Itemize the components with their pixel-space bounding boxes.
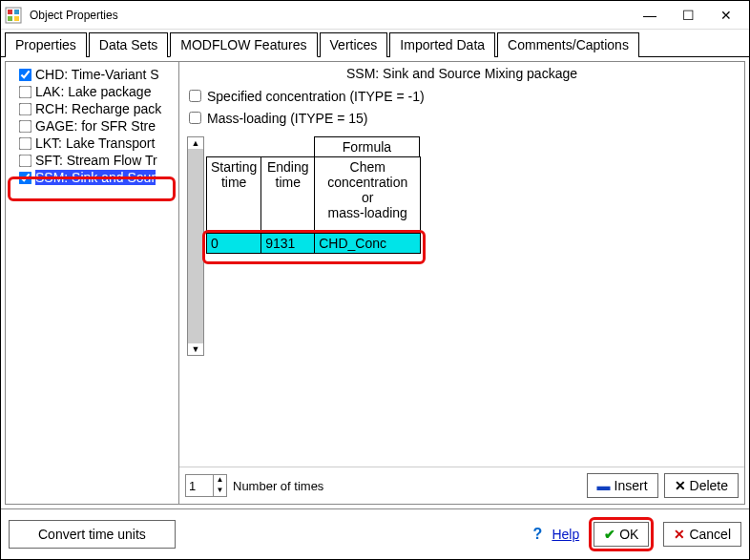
delete-icon: ✕ bbox=[675, 478, 686, 493]
cell-chem[interactable]: CHD_Conc bbox=[315, 234, 421, 254]
tree-item[interactable]: GAGE: for SFR Stre bbox=[11, 117, 178, 135]
cell-end[interactable]: 9131 bbox=[261, 234, 315, 254]
tree-label: LAK: Lake package bbox=[35, 84, 151, 99]
window-title: Object Properties bbox=[30, 9, 631, 22]
tab-vertices[interactable]: Vertices bbox=[320, 32, 388, 57]
insert-button[interactable]: ▬ Insert bbox=[587, 473, 658, 498]
maximize-button[interactable]: ☐ bbox=[669, 2, 707, 29]
minimize-button[interactable]: — bbox=[631, 2, 669, 29]
checkbox-mass-loading[interactable] bbox=[189, 112, 201, 124]
tree-item-ssm[interactable]: SSM: Sink and Sour bbox=[11, 169, 178, 186]
tree-label: SFT: Stream Flow Tr bbox=[35, 153, 157, 168]
number-of-times-input[interactable] bbox=[186, 475, 213, 496]
table-row[interactable]: 0 9131 CHD_Conc bbox=[207, 234, 421, 254]
spin-up-icon[interactable]: ▲ bbox=[213, 475, 226, 486]
spin-down-icon[interactable]: ▼ bbox=[213, 486, 226, 496]
feature-tree: CHD: Time-Variant S LAK: Lake package RC… bbox=[6, 62, 179, 504]
tab-properties[interactable]: Properties bbox=[5, 32, 87, 57]
close-button[interactable]: ✕ bbox=[707, 2, 745, 29]
tree-checkbox-sft[interactable] bbox=[19, 154, 32, 167]
number-of-times-label: Number of times bbox=[233, 479, 323, 493]
svg-rect-3 bbox=[8, 16, 12, 21]
tree-checkbox-ssm[interactable] bbox=[19, 171, 32, 184]
cancel-icon: ✕ bbox=[674, 527, 685, 542]
formula-header: Formula bbox=[314, 136, 420, 156]
tree-item[interactable]: RCH: Recharge pack bbox=[11, 100, 178, 117]
checkbox-specified-concentration[interactable] bbox=[189, 90, 201, 102]
scroll-down-icon[interactable]: ▼ bbox=[192, 344, 200, 354]
tree-item[interactable]: LAK: Lake package bbox=[11, 83, 178, 100]
tree-checkbox-lkt[interactable] bbox=[19, 136, 32, 150]
svg-rect-2 bbox=[14, 10, 19, 14]
panel-footer: ▲ ▼ Number of times ▬ Insert ✕ Delete bbox=[179, 467, 744, 504]
col-chem: Chem concentration or mass-loading bbox=[315, 157, 421, 234]
tab-bar: Properties Data Sets MODFLOW Features Ve… bbox=[1, 30, 749, 57]
convert-time-units-button[interactable]: Convert time units bbox=[9, 520, 176, 549]
tree-checkbox-gage[interactable] bbox=[19, 119, 32, 133]
tree-item[interactable]: SFT: Stream Flow Tr bbox=[11, 152, 178, 169]
tree-label: SSM: Sink and Sour bbox=[35, 170, 156, 185]
help-icon: ? bbox=[533, 526, 543, 543]
tree-checkbox-lak[interactable] bbox=[19, 85, 32, 98]
table-area: ▲ ▼ Formula Starting time Ending time Ch… bbox=[179, 129, 744, 363]
title-bar: Object Properties — ☐ ✕ bbox=[1, 1, 749, 30]
scroll-up-icon[interactable]: ▲ bbox=[192, 138, 200, 148]
tab-data-sets[interactable]: Data Sets bbox=[89, 32, 168, 57]
time-table: Starting time Ending time Chem concentra… bbox=[206, 156, 421, 254]
cell-start[interactable]: 0 bbox=[207, 234, 261, 254]
svg-rect-1 bbox=[8, 10, 12, 14]
tree-label: RCH: Recharge pack bbox=[35, 101, 161, 116]
cancel-button[interactable]: ✕ Cancel bbox=[663, 522, 741, 547]
check-icon: ✔ bbox=[604, 527, 615, 542]
tab-imported-data[interactable]: Imported Data bbox=[389, 32, 495, 57]
tab-comments-captions[interactable]: Comments/Captions bbox=[497, 32, 639, 57]
tree-item[interactable]: CHD: Time-Variant S bbox=[11, 66, 178, 83]
bottom-bar: Convert time units ? Help ✔ OK ✕ Cancel bbox=[1, 508, 749, 559]
help-link[interactable]: Help bbox=[552, 527, 579, 542]
vertical-scrollbar[interactable]: ▲ ▼ bbox=[187, 136, 204, 356]
main-panel: CHD: Time-Variant S LAK: Lake package RC… bbox=[5, 61, 745, 505]
highlight-ok: ✔ OK bbox=[589, 517, 654, 551]
ok-button[interactable]: ✔ OK bbox=[594, 522, 649, 547]
tree-checkbox-chd[interactable] bbox=[19, 68, 32, 81]
label-specified-concentration: Specified concentration (ITYPE = -1) bbox=[207, 89, 425, 104]
col-starting-time: Starting time bbox=[207, 157, 261, 234]
scroll-thumb[interactable] bbox=[188, 149, 203, 343]
app-icon bbox=[5, 7, 22, 24]
tree-item[interactable]: LKT: Lake Transport bbox=[11, 135, 178, 152]
tree-checkbox-rch[interactable] bbox=[19, 102, 32, 115]
insert-icon: ▬ bbox=[597, 478, 611, 493]
number-of-times-spinner[interactable]: ▲ ▼ bbox=[185, 474, 227, 497]
panel-title: SSM: Sink and Source Mixing package bbox=[179, 62, 744, 85]
label-mass-loading: Mass-loading (ITYPE = 15) bbox=[207, 111, 367, 126]
tab-modflow-features[interactable]: MODFLOW Features bbox=[170, 32, 317, 57]
tree-label: CHD: Time-Variant S bbox=[35, 67, 159, 82]
tree-label: GAGE: for SFR Stre bbox=[35, 118, 156, 134]
panel-content: SSM: Sink and Source Mixing package Spec… bbox=[179, 62, 744, 504]
delete-button[interactable]: ✕ Delete bbox=[664, 473, 739, 498]
svg-rect-4 bbox=[14, 16, 19, 21]
col-ending-time: Ending time bbox=[261, 157, 315, 234]
tree-label: LKT: Lake Transport bbox=[35, 135, 155, 151]
